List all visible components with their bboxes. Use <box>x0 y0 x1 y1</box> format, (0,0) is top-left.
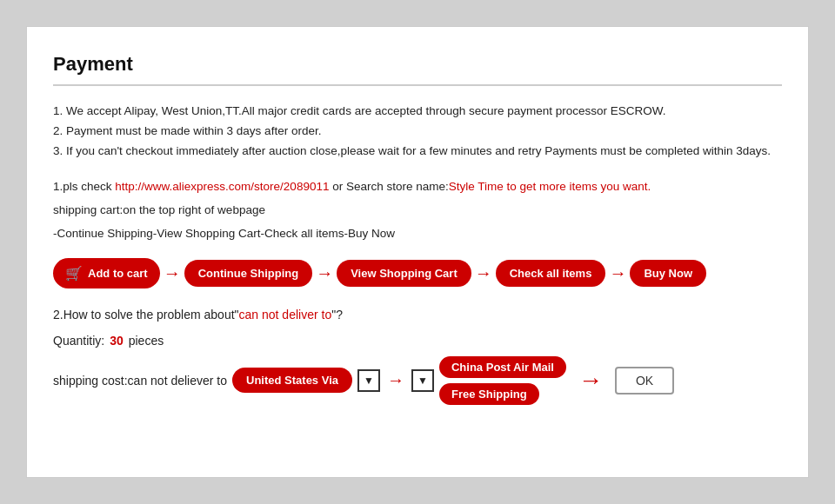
deliver-header: 2.How to solve the problem about"can not… <box>53 308 782 322</box>
add-to-cart-button[interactable]: 🛒 Add to cart <box>53 258 160 288</box>
continue-shipping-label: Continue Shipping <box>198 267 299 280</box>
quantity-unit: pieces <box>129 334 164 348</box>
country-dropdown[interactable]: ▼ <box>357 369 380 392</box>
check-all-items-label: Check all items <box>510 267 592 280</box>
arrow-4: → <box>609 263 626 283</box>
country-dropdown-arrow: ▼ <box>364 375 374 387</box>
shipping-method-dropdown[interactable]: ▼ <box>411 369 434 392</box>
china-post-label: China Post Air Mail <box>451 361 554 374</box>
flow-hint: -Continue Shipping-View Shopping Cart-Ch… <box>53 224 782 244</box>
view-shopping-cart-button[interactable]: View Shopping Cart <box>337 260 471 287</box>
payment-rules: 1. We accept Alipay, West Union,TT.All m… <box>53 102 782 162</box>
arrow-6: → <box>578 368 603 393</box>
check-section: 1.pls check http://www.aliexpress.com/st… <box>53 177 782 244</box>
deliver-header-text: 2.How to solve the problem about" <box>53 308 239 322</box>
quantity-label: Quantitiy: <box>53 334 104 348</box>
deliver-highlight: can not deliver to <box>239 308 332 322</box>
store-link-line: 1.pls check http://www.aliexpress.com/st… <box>53 177 782 197</box>
buy-now-label: Buy Now <box>644 267 692 280</box>
rule-1: 1. We accept Alipay, West Union,TT.All m… <box>53 102 782 122</box>
free-shipping-option[interactable]: Free Shipping <box>439 383 539 405</box>
shipping-dropdown-arrow: ▼ <box>418 375 428 387</box>
ok-label: OK <box>636 374 653 388</box>
rule-2: 2. Payment must be made within 3 days af… <box>53 122 782 142</box>
country-label: United States Via <box>246 374 338 387</box>
cart-icon: 🛒 <box>65 265 83 282</box>
deliver-header-end: "? <box>331 308 343 322</box>
add-to-cart-label: Add to cart <box>88 267 148 280</box>
ok-button[interactable]: OK <box>615 367 674 395</box>
buy-now-button[interactable]: Buy Now <box>630 260 706 287</box>
options-column: China Post Air Mail Free Shipping <box>439 356 566 405</box>
check-all-items-button[interactable]: Check all items <box>496 260 606 287</box>
country-button[interactable]: United States Via <box>232 368 352 393</box>
arrow-5: → <box>387 370 404 390</box>
china-post-air-mail-option[interactable]: China Post Air Mail <box>439 356 566 378</box>
store-name: Style Time to get more items you want. <box>449 180 651 193</box>
shipping-row: shipping cost:can not deliever to United… <box>53 356 782 405</box>
arrow-2: → <box>316 263 333 283</box>
free-shipping-label: Free Shipping <box>451 388 527 401</box>
quantity-value: 30 <box>110 334 124 348</box>
intro-text: 1.pls check <box>53 180 115 193</box>
shipping-label: shipping cost:can not deliever to <box>53 374 227 388</box>
arrow-1: → <box>164 263 181 283</box>
main-container: Payment 1. We accept Alipay, West Union,… <box>26 26 809 478</box>
cart-hint: shipping cart:on the top right of webpag… <box>53 201 782 221</box>
rule-3: 3. If you can't checkout immediately aft… <box>53 142 782 162</box>
or-text: or Search store name: <box>329 180 448 193</box>
arrow-3: → <box>475 263 492 283</box>
quantity-row: Quantitiy:30 pieces <box>53 334 782 348</box>
continue-shipping-button[interactable]: Continue Shipping <box>184 260 313 287</box>
store-link[interactable]: http://www.aliexpress.com/store/2089011 <box>115 180 329 193</box>
view-shopping-cart-label: View Shopping Cart <box>351 267 458 280</box>
page-title: Payment <box>53 53 782 86</box>
step-flow: 🛒 Add to cart → Continue Shipping → View… <box>53 258 782 288</box>
